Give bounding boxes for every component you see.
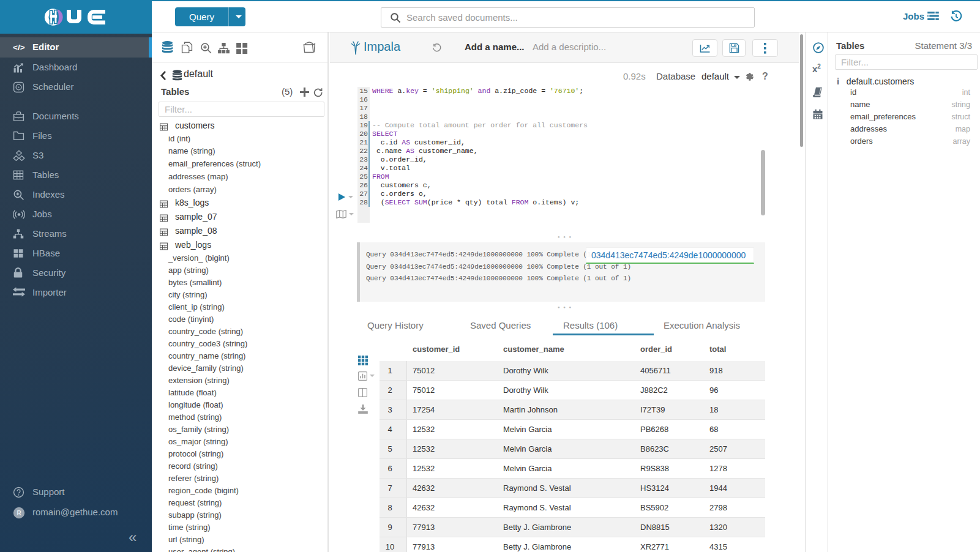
svg-text:R: R <box>17 510 21 517</box>
